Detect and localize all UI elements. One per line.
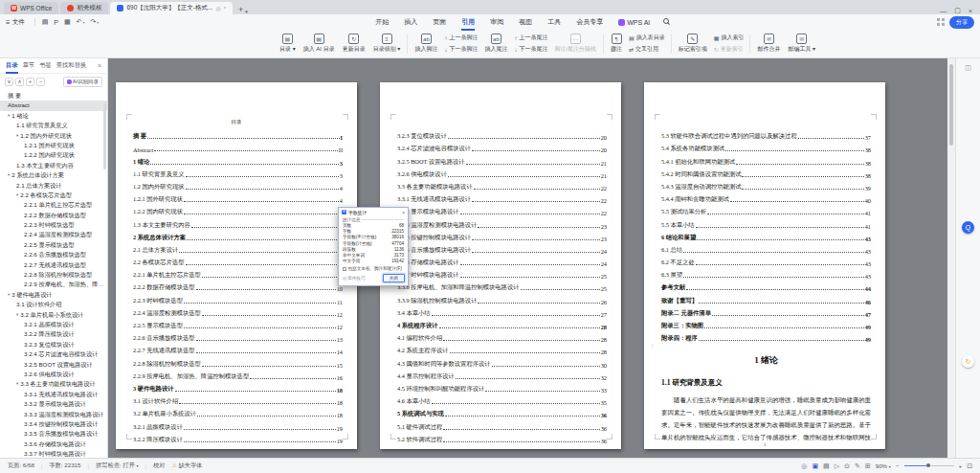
ribbon-tab-审阅[interactable]: 审阅 (482, 15, 511, 29)
toc-tree-item[interactable]: 2.2.9 按摩电机、加湿热、降温... (0, 280, 107, 289)
toc-tree-item[interactable]: 3.3.1 无线通讯模块电路设计 (0, 390, 107, 399)
toc-entry[interactable]: 摘 要I (133, 128, 343, 141)
web-layout-icon[interactable]: ▤ (823, 462, 830, 470)
collapse-button[interactable]: − (36, 78, 45, 86)
toc-entry[interactable]: 3.3.2 显示模块电路设计22 (397, 204, 607, 216)
document-page-3[interactable]: 5.3 软硬件联合调试过程中遇到的问题以及解决过程375.4 系统各功能模块测试… (644, 82, 885, 449)
toc-tree-item[interactable]: 3.1 设计软件介绍 (0, 300, 107, 309)
toc-tree-item[interactable]: 3.2.3 复位模块设计 (0, 340, 107, 349)
toc-tree-item[interactable]: ▾2.2 各模块芯片选型 (0, 191, 107, 200)
toc-tree-item[interactable]: 2.2.6 音乐播放模块选型 (0, 250, 107, 259)
file-menu[interactable]: 文件 (12, 18, 25, 27)
status-spellcheck[interactable]: 拼写检查: 打开 ▾ (96, 462, 138, 470)
dialog-title-bar[interactable]: W 字数统计 × (339, 208, 408, 216)
toc-entry[interactable]: 3.1 设计软件介绍18 (133, 394, 343, 406)
toc-entry[interactable]: 3.3.9 除湿机控制模块电路设计26 (397, 292, 607, 304)
sidebar-toggle-icon[interactable]: ◫ (956, 64, 980, 72)
toc-entry[interactable]: 2.2 各模块芯片选型8 (133, 255, 343, 267)
toc-entry[interactable]: 3.3.7 时钟模块电路设计25 (397, 267, 607, 280)
toc-tree-item[interactable]: 2.2.4 温湿度检测模块选型 (0, 230, 107, 239)
toc-entry[interactable]: 3.3.8 按摩电机、加湿和降温控制模块电路设计25 (397, 280, 607, 292)
toc-entry[interactable]: 3.2.5 BOOT 设置电路设计21 (397, 153, 607, 166)
ribbon-tab-引用[interactable]: 引用 (454, 15, 482, 29)
ribbon-tab-wps-ai[interactable]: WPS AI (611, 17, 657, 28)
toc-entry[interactable]: 5.4.4 闹钟和贪睡功能测试40 (661, 191, 871, 204)
sidebar-tab-目录[interactable]: 目录 (6, 61, 18, 70)
share-button[interactable]: 分享 (949, 16, 974, 29)
toc-tree-item[interactable]: 3.2.5 BOOT 设置电路设计 (0, 360, 107, 370)
zoom-level[interactable]: 90% ▾ (876, 462, 891, 469)
toc-entry[interactable]: 2.2.3 时钟模块选型11 (133, 292, 343, 304)
toc-entry[interactable]: AbstractII (133, 141, 343, 153)
document-page-1[interactable]: 目录 摘 要IAbstractII1 绪论31.1 研究背景及意义31.2 国内… (116, 82, 357, 449)
toc-entry[interactable]: 6.2 不足之处43 (661, 255, 871, 267)
insert-endnote-button[interactable]: ab插入尾注 (480, 34, 511, 54)
window-tab[interactable]: 稻壳模板 (60, 2, 108, 14)
toc-entry[interactable]: 2.2.5 显示模块选型12 (133, 318, 343, 330)
nav-up-button[interactable]: ∧ (15, 78, 24, 86)
toc-entry[interactable]: 3.2.1 晶振模块设计19 (133, 418, 343, 431)
toc-entry[interactable]: 4.2 系统主程序设计28 (397, 343, 607, 355)
toc-entry[interactable]: 3.2.3 复位模块设计20 (397, 128, 607, 141)
toc-entry[interactable]: 3.2 单片机最小系统设计18 (133, 406, 343, 418)
toc-tree-item[interactable]: 2.2.3 时钟模块选型 (0, 220, 107, 230)
scrollbar-thumb[interactable] (949, 64, 953, 146)
toc-tree-item[interactable]: ▾2 系统总体设计方案 (0, 170, 107, 180)
toc-entry[interactable]: 附录二 元器件清单47 (661, 305, 871, 318)
window-tab[interactable]: 690【沈阳大学】【正文-格式...◎* (110, 2, 233, 14)
ribbon-tab-插入[interactable]: 插入 (396, 15, 425, 29)
cross-reference-button[interactable]: ⇄交叉引用 (629, 45, 665, 54)
expand-button[interactable]: + (26, 78, 34, 86)
toc-entry[interactable]: 3 硬件电路设计18 (133, 381, 343, 394)
toc-entry[interactable]: 5.1 硬件调试过程36 (397, 418, 607, 431)
skin-center-icon[interactable]: ↻ (962, 355, 974, 368)
update-toc-button[interactable]: ↻更新目录 (339, 34, 369, 54)
dialog-close-icon[interactable]: × (402, 210, 405, 215)
toc-entry[interactable]: 参考文献44 (661, 280, 871, 292)
toc-entry[interactable]: 附录三：实物图49 (661, 318, 871, 330)
toc-tree-item[interactable]: ▾3.2 单片机最小系统设计 (0, 310, 107, 320)
toc-tree-item[interactable]: 摘 要 (0, 91, 107, 101)
toc-tree-item[interactable]: Abstract (0, 101, 107, 110)
save-icon[interactable]: ▤ (42, 18, 49, 26)
include-footnotes-checkbox[interactable]: 包括文本框、脚注和尾注(F) (343, 266, 404, 271)
sidebar-tab-章节[interactable]: 章节 (23, 61, 35, 70)
toc-entry[interactable]: 5.4.3 温湿度自动调控功能测试39 (661, 179, 871, 191)
toc-entry[interactable]: 5.4.2 时间和阈值设置功能测试38 (661, 167, 871, 179)
reading-view-icon[interactable]: ▷ (835, 462, 839, 470)
toc-button[interactable]: ▤目录 ▾ (276, 34, 300, 54)
toc-tree-item[interactable]: ▾3 硬件电路设计 (0, 290, 107, 300)
minimize-button[interactable]: — (940, 8, 947, 14)
toc-tree-item[interactable]: 3.3.7 时钟模块电路设计 (0, 449, 107, 458)
insert-footnote-button[interactable]: ab插入脚注 (411, 34, 441, 54)
menu-icon[interactable]: ≡ (6, 18, 11, 27)
toc-tree-item[interactable]: 2.2.1 单片机主控芯片选型 (0, 200, 107, 210)
toc-tree-item[interactable]: 3.2.6 供电模块设计 (0, 370, 107, 379)
prev-endnote-button[interactable]: ↑上一条尾注 (514, 34, 547, 42)
toc-level-button[interactable]: ≡目录级别 ▾ (369, 34, 405, 54)
ribbon-tab-视图[interactable]: 视图 (511, 15, 540, 29)
print-icon[interactable]: ▦ (64, 18, 71, 26)
fullscreen-icon[interactable]: ⊡ (967, 462, 972, 470)
vertical-scrollbar[interactable] (947, 58, 955, 458)
next-endnote-button[interactable]: ↓下一条尾注 (514, 45, 547, 54)
toc-entry[interactable]: 4 系统程序设计28 (397, 318, 607, 330)
toc-entry[interactable]: 2.2.7 无线通讯模块选型14 (133, 343, 343, 355)
toc-tree-item[interactable]: 2.1 总体方案设计 (0, 181, 107, 191)
toc-tree-item[interactable]: 3.3.3 温湿度检测模块电路设计 (0, 410, 107, 419)
sidebar-scrollbar[interactable] (103, 102, 106, 169)
undo-icon[interactable]: ↶▾ (77, 18, 85, 26)
ai-toc-button[interactable]: ▤插入 AI 目录 (300, 34, 339, 54)
toc-entry[interactable]: 3.2.4 芯片滤波电容模块设计20 (397, 141, 607, 153)
fit-window-icon[interactable]: ⊞ (865, 462, 871, 470)
ribbon-tab-开始[interactable]: 开始 (368, 15, 396, 29)
redo-icon[interactable]: ↷▾ (90, 18, 99, 26)
toc-entry[interactable]: 2 系统总体设计方案7 (133, 230, 343, 242)
toc-entry[interactable]: 1 绪论3 (133, 153, 343, 166)
sidebar-tab-书签[interactable]: 书签 (39, 61, 52, 70)
mail-merge-button[interactable]: ✉邮件合并 (753, 34, 784, 54)
toc-tree-item[interactable]: 3.3.2 显示模块电路设计 (0, 399, 107, 409)
zoom-slider-handle[interactable] (926, 463, 930, 467)
mark-index-button[interactable]: ✎标记索引项 (675, 34, 711, 54)
toc-entry[interactable]: 3.3 各主要功能模块电路设计22 (397, 179, 607, 191)
